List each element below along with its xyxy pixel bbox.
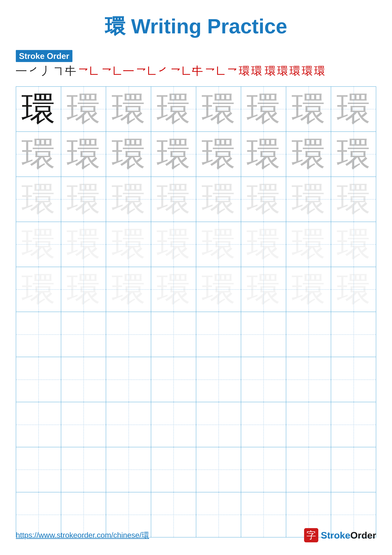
stroke-step-10: ㇖㇗㇖ — [204, 64, 237, 79]
grid-cell[interactable]: 環 — [106, 132, 151, 177]
grid-cell[interactable]: 環 — [286, 87, 331, 132]
grid-cell[interactable]: 環 — [331, 222, 376, 267]
grid-cell[interactable]: 環 — [151, 222, 196, 267]
grid-cell-empty[interactable] — [286, 312, 331, 357]
grid-cell-empty[interactable] — [61, 357, 106, 402]
title-character: 環 — [105, 15, 125, 38]
grid-cell[interactable]: 環 — [196, 87, 241, 132]
practice-row-5: 環 環 環 環 環 環 環 環 — [16, 267, 376, 312]
grid-cell[interactable]: 環 — [151, 87, 196, 132]
grid-cell-empty[interactable] — [106, 402, 151, 447]
stroke-step-11: 環 — [239, 64, 250, 79]
grid-cell[interactable]: 環 — [61, 267, 106, 312]
grid-cell-empty[interactable] — [151, 312, 196, 357]
footer-brand: 字 StrokeOrder — [304, 528, 376, 542]
grid-cell[interactable]: 環 — [151, 267, 196, 312]
grid-cell-empty[interactable] — [16, 357, 61, 402]
grid-cell[interactable]: 環 — [331, 87, 376, 132]
grid-cell[interactable]: 環 — [286, 132, 331, 177]
grid-cell[interactable]: 環 — [331, 177, 376, 222]
grid-cell-empty[interactable] — [16, 312, 61, 357]
grid-cell[interactable]: 環 — [106, 87, 151, 132]
grid-cell[interactable]: 環 — [196, 132, 241, 177]
grid-cell[interactable]: 環 — [286, 267, 331, 312]
stroke-step-6: ㇖㇗ — [78, 64, 100, 79]
grid-cell-empty[interactable] — [331, 447, 376, 492]
grid-cell[interactable]: 環 — [16, 267, 61, 312]
grid-cell[interactable]: 環 — [16, 87, 61, 132]
stroke-step-8: ㇖㇗㇒ — [135, 64, 169, 79]
grid-cell-empty[interactable] — [151, 447, 196, 492]
grid-cell-empty[interactable] — [196, 402, 241, 447]
grid-cell[interactable]: 環 — [16, 177, 61, 222]
grid-cell-empty[interactable] — [241, 447, 286, 492]
stroke-step-17: 環 — [314, 64, 325, 79]
stroke-step-3: ㇓ — [41, 64, 51, 79]
grid-cell-empty[interactable] — [286, 357, 331, 402]
empty-row-3 — [16, 402, 376, 447]
grid-cell[interactable]: 環 — [241, 87, 286, 132]
stroke-step-2: ㇒ — [28, 64, 39, 79]
footer: https://www.strokeorder.com/chinese/環 字 … — [16, 528, 376, 542]
grid-cell[interactable]: 環 — [196, 177, 241, 222]
grid-cell[interactable]: 環 — [286, 177, 331, 222]
practice-row-3: 環 環 環 環 環 環 環 環 — [16, 177, 376, 222]
grid-cell[interactable]: 環 — [241, 267, 286, 312]
page: 環 Writing Practice Stroke Order ㇐ ㇒ ㇓ ㇕ … — [0, 0, 392, 555]
grid-cell-empty[interactable] — [331, 312, 376, 357]
grid-cell-empty[interactable] — [196, 447, 241, 492]
grid-cell-empty[interactable] — [196, 312, 241, 357]
footer-url[interactable]: https://www.strokeorder.com/chinese/環 — [16, 530, 149, 540]
grid-cell[interactable]: 環 — [196, 222, 241, 267]
grid-cell-empty[interactable] — [286, 447, 331, 492]
grid-cell-empty[interactable] — [196, 357, 241, 402]
grid-cell[interactable]: 環 — [151, 177, 196, 222]
grid-cell-empty[interactable] — [151, 402, 196, 447]
grid-cell[interactable]: 環 — [106, 177, 151, 222]
practice-grid: 環 環 環 環 環 環 環 環 環 環 環 環 環 環 環 環 環 環 環 環 … — [16, 86, 376, 537]
grid-cell[interactable]: 環 — [61, 222, 106, 267]
grid-cell-empty[interactable] — [151, 357, 196, 402]
grid-cell-empty[interactable] — [331, 357, 376, 402]
grid-cell[interactable]: 環 — [241, 132, 286, 177]
stroke-step-1: ㇐ — [16, 64, 27, 79]
grid-cell[interactable]: 環 — [331, 132, 376, 177]
grid-cell[interactable]: 環 — [151, 132, 196, 177]
grid-cell-empty[interactable] — [16, 402, 61, 447]
grid-cell[interactable]: 環 — [286, 222, 331, 267]
grid-cell-empty[interactable] — [16, 447, 61, 492]
empty-row-2 — [16, 357, 376, 402]
grid-cell[interactable]: 環 — [61, 177, 106, 222]
grid-cell-empty[interactable] — [61, 447, 106, 492]
grid-cell[interactable]: 環 — [241, 222, 286, 267]
grid-cell[interactable]: 環 — [16, 222, 61, 267]
grid-cell-empty[interactable] — [61, 312, 106, 357]
empty-row-1 — [16, 312, 376, 357]
grid-cell[interactable]: 環 — [196, 267, 241, 312]
grid-cell-empty[interactable] — [286, 402, 331, 447]
brand-name: StrokeOrder — [321, 530, 376, 541]
grid-cell-empty[interactable] — [331, 402, 376, 447]
grid-cell-empty[interactable] — [241, 402, 286, 447]
grid-cell[interactable]: 環 — [106, 222, 151, 267]
grid-cell[interactable]: 環 — [106, 267, 151, 312]
empty-row-4 — [16, 447, 376, 492]
grid-cell-empty[interactable] — [106, 357, 151, 402]
grid-cell-empty[interactable] — [241, 312, 286, 357]
grid-cell[interactable]: 環 — [331, 267, 376, 312]
grid-cell[interactable]: 環 — [61, 132, 106, 177]
grid-cell-empty[interactable] — [241, 357, 286, 402]
grid-cell-empty[interactable] — [61, 402, 106, 447]
grid-cell[interactable]: 環 — [61, 87, 106, 132]
grid-cell[interactable]: 環 — [16, 132, 61, 177]
stroke-step-5: 㐄 — [65, 64, 76, 79]
grid-cell-empty[interactable] — [106, 447, 151, 492]
grid-cell-empty[interactable] — [106, 312, 151, 357]
stroke-step-15: 環 — [289, 64, 300, 79]
grid-cell[interactable]: 環 — [241, 177, 286, 222]
stroke-step-7: ㇖㇗㇐ — [101, 64, 134, 79]
practice-row-2: 環 環 環 環 環 環 環 環 — [16, 132, 376, 177]
strokeorder-icon: 字 — [304, 528, 318, 542]
practice-row-1: 環 環 環 環 環 環 環 環 — [16, 87, 376, 132]
stroke-step-12: 環 — [251, 64, 262, 79]
